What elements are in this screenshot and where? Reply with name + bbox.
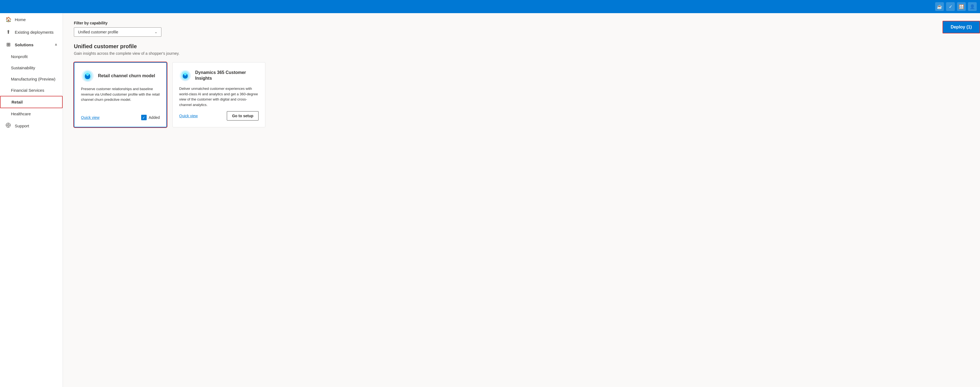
sidebar-item-sustainability-label: Sustainability — [11, 66, 35, 70]
grid-icon: ⊞ — [5, 42, 11, 48]
check-icon: ✓ — [946, 2, 955, 11]
sidebar-item-nonprofit[interactable]: Nonprofit — [0, 51, 63, 62]
app-body: 🏠 Home ⬆ Existing deployments ⊞ Solution… — [0, 13, 980, 387]
card-dynamics-insights: Dynamics 365 Customer Insights Deliver u… — [172, 62, 266, 127]
chevron-down-icon: ⌄ — [154, 30, 158, 34]
main-content: Deploy (1) Filter by capability Unified … — [63, 13, 980, 387]
filter-label: Filter by capability — [74, 21, 108, 25]
added-checkbox-icon[interactable]: ✓ — [141, 115, 146, 120]
sidebar-item-home-label: Home — [15, 17, 26, 22]
cards-container: Retail channel churn model Preserve cust… — [74, 62, 969, 127]
cloud-icon: ⬆ — [5, 29, 11, 35]
person-icon: 👤 — [968, 2, 977, 11]
card-retail-churn-quick-view[interactable]: Quick view — [81, 115, 100, 120]
sidebar-item-home[interactable]: 🏠 Home — [0, 13, 63, 26]
sidebar-item-healthcare-label: Healthcare — [11, 112, 31, 116]
cup-icon: ☕ — [935, 2, 944, 11]
sidebar-item-solutions-label: Solutions — [15, 42, 33, 47]
dynamics-insights-icon — [179, 69, 191, 82]
card-retail-churn: Retail channel churn model Preserve cust… — [74, 62, 167, 127]
sidebar-item-financial-services[interactable]: Financial Services — [0, 85, 63, 96]
card-retail-churn-footer: Quick view ✓ Added — [81, 115, 160, 120]
svg-point-7 — [86, 73, 89, 75]
home-icon: 🏠 — [5, 16, 11, 22]
support-icon — [5, 123, 11, 129]
card-retail-churn-header: Retail channel churn model — [81, 69, 160, 82]
sidebar-item-support[interactable]: Support — [0, 120, 63, 132]
sidebar-item-existing-deployments-label: Existing deployments — [15, 30, 54, 35]
card-retail-churn-description: Preserve customer relationships and base… — [81, 86, 160, 111]
card-retail-churn-title: Retail channel churn model — [98, 73, 155, 79]
card-dynamics-insights-quick-view[interactable]: Quick view — [179, 114, 198, 118]
filter-dropdown[interactable]: Unified customer profile ⌄ — [74, 27, 161, 37]
filter-value: Unified customer profile — [78, 30, 118, 34]
filter-section: Filter by capability Unified customer pr… — [74, 21, 969, 37]
card-dynamics-insights-header: Dynamics 365 Customer Insights — [179, 69, 259, 82]
sidebar-item-existing-deployments[interactable]: ⬆ Existing deployments — [0, 26, 63, 38]
added-label: Added — [149, 115, 160, 120]
deploy-button[interactable]: Deploy (1) — [942, 21, 980, 34]
top-bar: ☕ ✓ 🪟 👤 — [0, 0, 980, 13]
svg-point-9 — [184, 73, 187, 75]
added-badge: ✓ Added — [141, 115, 160, 120]
sidebar-item-manufacturing[interactable]: Manufacturing (Preview) — [0, 74, 63, 85]
chevron-up-icon: ∧ — [55, 43, 57, 46]
sidebar-item-support-label: Support — [15, 123, 29, 128]
go-to-setup-button[interactable]: Go to setup — [227, 111, 259, 120]
sidebar-item-solutions[interactable]: ⊞ Solutions ∧ — [0, 38, 63, 51]
section-title: Unified customer profile — [74, 43, 969, 50]
svg-point-1 — [7, 124, 9, 126]
section-subtitle: Gain insights across the complete view o… — [74, 51, 969, 56]
sidebar-item-retail[interactable]: Retail — [0, 96, 63, 108]
sidebar-item-retail-label: Retail — [11, 100, 23, 104]
sidebar-item-healthcare[interactable]: Healthcare — [0, 108, 63, 120]
card-icon: 🪟 — [957, 2, 966, 11]
sidebar-item-sustainability[interactable]: Sustainability — [0, 62, 63, 74]
sidebar-item-manufacturing-label: Manufacturing (Preview) — [11, 77, 56, 82]
card-dynamics-insights-description: Deliver unmatched customer experiences w… — [179, 86, 259, 107]
card-dynamics-insights-footer: Quick view Go to setup — [179, 111, 259, 120]
sidebar-item-financial-services-label: Financial Services — [11, 88, 45, 93]
sidebar-item-nonprofit-label: Nonprofit — [11, 54, 28, 59]
sidebar: 🏠 Home ⬆ Existing deployments ⊞ Solution… — [0, 13, 63, 387]
retail-churn-icon — [81, 69, 94, 82]
card-dynamics-insights-title: Dynamics 365 Customer Insights — [195, 70, 259, 82]
